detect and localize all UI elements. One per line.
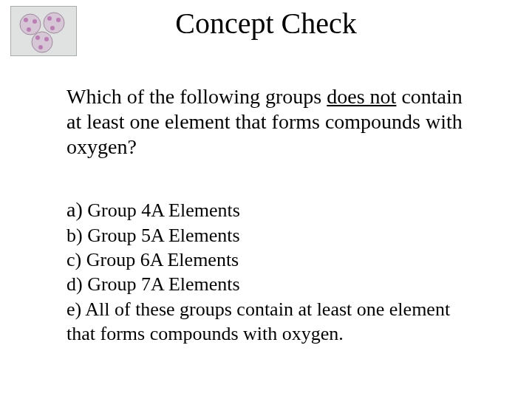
option-e-marker: e) [66,299,81,320]
option-e-text: All of these groups contain at least one… [66,299,450,344]
option-a-text: Group 4A Elements [83,200,240,221]
option-a: a) Group 4A Elements [66,197,480,223]
option-d: d) Group 7A Elements [66,272,480,296]
option-b-marker: b) [66,225,83,246]
option-a-marker: a) [66,198,83,221]
question-pre: Which of the following groups [66,85,327,108]
option-b-text: Group 5A Elements [83,225,240,246]
options-list: a) Group 4A Elements b) Group 5A Element… [66,197,480,346]
slide: Concept Check Which of the following gro… [0,0,532,399]
option-d-marker: d) [66,273,83,295]
question-text: Which of the following groups does not c… [66,84,477,160]
option-e: e) All of these groups contain at least … [66,297,480,347]
question-underlined: does not [327,85,396,108]
slide-title: Concept Check [0,6,532,41]
option-b: b) Group 5A Elements [66,223,480,248]
option-c: c) Group 6A Elements [66,248,480,272]
option-c-text: Group 6A Elements [81,249,239,270]
option-c-marker: c) [66,249,81,270]
option-d-text: Group 7A Elements [83,273,240,295]
svg-point-11 [38,45,43,50]
